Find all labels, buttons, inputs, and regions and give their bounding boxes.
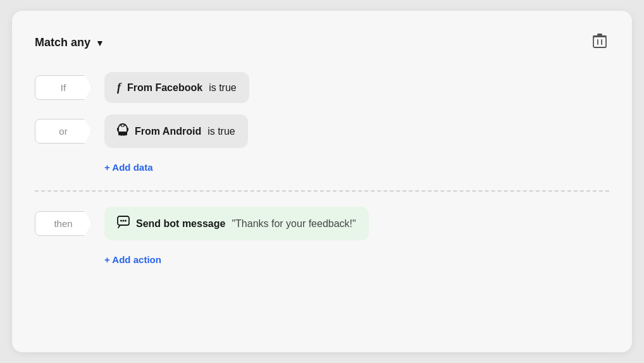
svg-rect-8 <box>121 135 122 136</box>
send-bot-message-chip[interactable]: Send bot message "Thanks for your feedba… <box>104 207 369 240</box>
add-action-label: + Add action <box>104 254 161 265</box>
svg-line-13 <box>123 125 125 126</box>
facebook-icon: f <box>117 81 121 94</box>
add-data-button[interactable]: + Add data <box>104 162 153 173</box>
section-divider <box>35 190 609 192</box>
svg-rect-5 <box>117 128 118 131</box>
if-badge: If <box>35 75 92 100</box>
or-label: or <box>59 126 67 137</box>
svg-point-10 <box>120 128 121 130</box>
add-data-label: + Add data <box>104 162 153 173</box>
svg-rect-7 <box>118 132 127 135</box>
then-badge: then <box>35 211 92 236</box>
bot-message-icon <box>117 216 130 231</box>
svg-rect-2 <box>601 39 602 45</box>
svg-rect-0 <box>593 37 606 47</box>
svg-point-17 <box>125 220 127 222</box>
then-label: then <box>54 218 72 229</box>
android-condition-label: From Android <box>135 126 201 137</box>
svg-point-15 <box>120 220 122 222</box>
card-header: Match any ▼ <box>35 31 609 54</box>
svg-line-12 <box>120 125 122 126</box>
send-bot-message-value: "Thanks for your feedback!" <box>232 218 356 230</box>
match-any-label: Match any <box>35 36 90 49</box>
match-any-button[interactable]: Match any ▼ <box>35 36 104 49</box>
if-label: If <box>61 82 66 93</box>
action-then-row: then Send bot message "Thanks for your f… <box>35 207 609 240</box>
facebook-condition-chip[interactable]: f From Facebook is true <box>104 72 249 103</box>
rule-card: Match any ▼ If f From Facebook is true o… <box>12 11 632 352</box>
facebook-condition-value: is true <box>209 82 237 94</box>
svg-rect-6 <box>127 128 128 131</box>
facebook-condition-label: From Facebook <box>127 82 202 94</box>
android-condition-chip[interactable]: From Android is true <box>104 114 248 148</box>
svg-rect-9 <box>123 135 125 136</box>
svg-rect-4 <box>597 34 602 36</box>
trash-icon <box>593 34 607 49</box>
chevron-down-icon: ▼ <box>96 38 104 48</box>
or-badge: or <box>35 119 92 144</box>
condition-if-row: If f From Facebook is true <box>35 72 609 103</box>
add-action-button[interactable]: + Add action <box>104 254 161 265</box>
condition-or-row: or From Android is true <box>35 114 609 148</box>
svg-rect-1 <box>597 39 598 45</box>
send-bot-message-label: Send bot message <box>136 218 225 230</box>
delete-button[interactable] <box>590 31 609 54</box>
svg-point-16 <box>123 220 125 222</box>
svg-point-11 <box>124 128 125 130</box>
android-condition-value: is true <box>207 126 235 137</box>
android-icon <box>117 123 128 139</box>
